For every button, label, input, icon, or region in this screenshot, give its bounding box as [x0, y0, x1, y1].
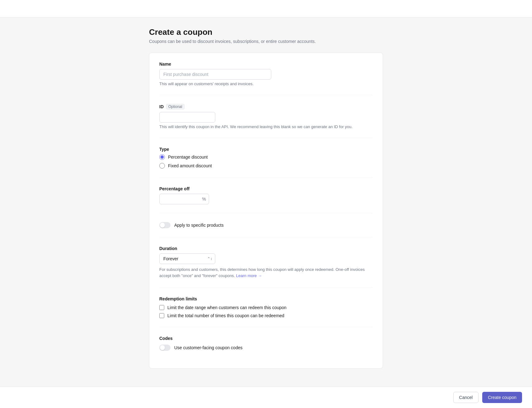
redemption-title: Redemption limits	[159, 296, 373, 301]
learn-more-link[interactable]: Learn more →	[236, 273, 262, 278]
radio-fixed-label: Fixed amount discount	[168, 163, 212, 168]
apply-products-row: Apply to specific products	[159, 222, 373, 228]
type-radio-group: Percentage discount Fixed amount discoun…	[159, 154, 373, 169]
footer-bar: Cancel Create coupon	[0, 387, 532, 408]
codes-toggle-row: Use customer-facing coupon codes	[159, 345, 373, 351]
radio-percentage[interactable]: Percentage discount	[159, 154, 373, 160]
create-coupon-button[interactable]: Create coupon	[482, 392, 522, 403]
apply-products-group: Apply to specific products	[159, 222, 373, 228]
divider-3	[159, 177, 373, 178]
checkbox-date-range-input[interactable]	[159, 305, 164, 310]
divider-4	[159, 213, 373, 213]
optional-badge: Optional	[166, 104, 184, 109]
codes-title: Codes	[159, 336, 373, 341]
checkbox-total-limit[interactable]: Limit the total number of times this cou…	[159, 313, 373, 318]
duration-label: Duration	[159, 246, 373, 251]
id-input[interactable]	[159, 112, 215, 123]
codes-toggle[interactable]	[159, 345, 170, 351]
redemption-checkbox-group: Limit the date range when customers can …	[159, 305, 373, 318]
type-label: Type	[159, 147, 373, 152]
duration-hint: For subscriptions and customers, this de…	[159, 267, 373, 279]
duration-select-wrapper: Forever Once Repeating ⌃↕	[159, 253, 215, 264]
divider-1	[159, 95, 373, 95]
id-hint: This will identify this coupon in the AP…	[159, 124, 373, 129]
id-field-group: ID Optional This will identify this coup…	[159, 104, 373, 129]
percentage-label: Percentage off	[159, 186, 373, 191]
type-field-group: Type Percentage discount Fixed amount di…	[159, 147, 373, 169]
duration-select[interactable]: Forever Once Repeating	[159, 253, 215, 264]
codes-group: Codes Use customer-facing coupon codes	[159, 336, 373, 351]
page-subtitle: Coupons can be used to discount invoices…	[149, 39, 383, 44]
apply-products-toggle[interactable]	[159, 222, 170, 228]
codes-toggle-label: Use customer-facing coupon codes	[174, 345, 242, 350]
percentage-input[interactable]	[159, 194, 209, 204]
divider-2	[159, 138, 373, 138]
page-title: Create a coupon	[149, 27, 383, 37]
radio-fixed[interactable]: Fixed amount discount	[159, 163, 373, 169]
divider-5	[159, 237, 373, 237]
apply-products-label: Apply to specific products	[174, 223, 224, 228]
coupon-form: Name This will appear on customers' rece…	[149, 53, 383, 369]
divider-7	[159, 327, 373, 327]
percentage-field-group: Percentage off %	[159, 186, 373, 204]
divider-6	[159, 287, 373, 288]
radio-fixed-input[interactable]	[159, 163, 165, 169]
checkbox-date-range[interactable]: Limit the date range when customers can …	[159, 305, 373, 310]
radio-percentage-label: Percentage discount	[168, 155, 208, 160]
page-container: Create a coupon Coupons can be used to d…	[142, 17, 390, 406]
name-label: Name	[159, 62, 373, 67]
name-hint: This will appear on customers' receipts …	[159, 81, 373, 86]
checkbox-total-limit-label: Limit the total number of times this cou…	[167, 313, 284, 318]
name-field-group: Name This will appear on customers' rece…	[159, 62, 373, 86]
redemption-limits-group: Redemption limits Limit the date range w…	[159, 296, 373, 318]
radio-percentage-input[interactable]	[159, 154, 165, 160]
percentage-input-wrapper: %	[159, 194, 209, 204]
top-bar	[0, 0, 532, 17]
id-label: ID Optional	[159, 104, 373, 109]
checkbox-date-range-label: Limit the date range when customers can …	[167, 305, 287, 310]
name-input[interactable]	[159, 69, 271, 80]
cancel-button[interactable]: Cancel	[453, 392, 479, 403]
checkbox-total-limit-input[interactable]	[159, 313, 164, 318]
duration-field-group: Duration Forever Once Repeating ⌃↕ For s…	[159, 246, 373, 279]
